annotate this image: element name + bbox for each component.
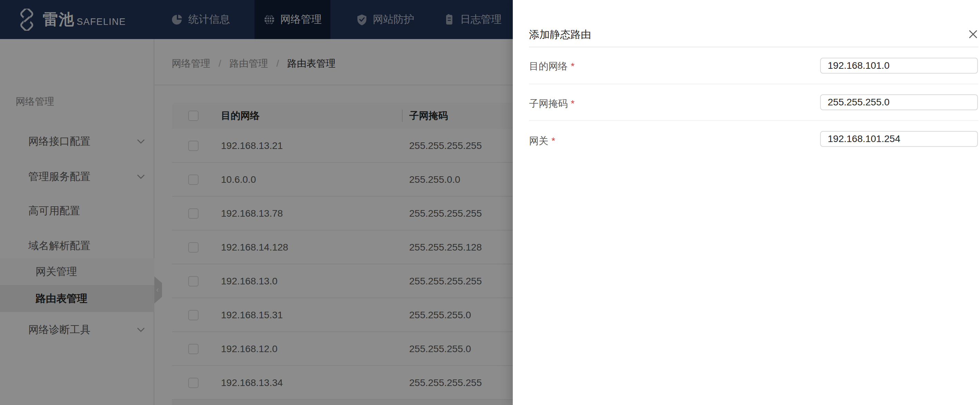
close-icon[interactable] [967, 28, 979, 40]
field-label-gateway: 网关* [529, 134, 555, 148]
safeline-console: 雷池 SAFELINE 统计信息 网络管理 [0, 0, 980, 405]
drawer-title: 添加静态路由 [529, 28, 591, 42]
gateway-input[interactable] [820, 131, 978, 147]
required-marker: * [552, 136, 555, 146]
required-marker: * [571, 61, 574, 72]
drawer-header-divider [529, 47, 978, 47]
field-label-subnet-mask: 子网掩码* [529, 97, 574, 110]
field-divider [529, 120, 978, 121]
field-label-destination-network: 目的网络* [529, 60, 574, 73]
destination-network-input[interactable] [820, 58, 978, 73]
required-marker: * [571, 98, 574, 109]
subnet-mask-input[interactable] [820, 94, 978, 110]
field-divider [529, 84, 978, 85]
add-static-route-drawer: 添加静态路由 目的网络* 子网掩码* 网关* [513, 0, 980, 405]
